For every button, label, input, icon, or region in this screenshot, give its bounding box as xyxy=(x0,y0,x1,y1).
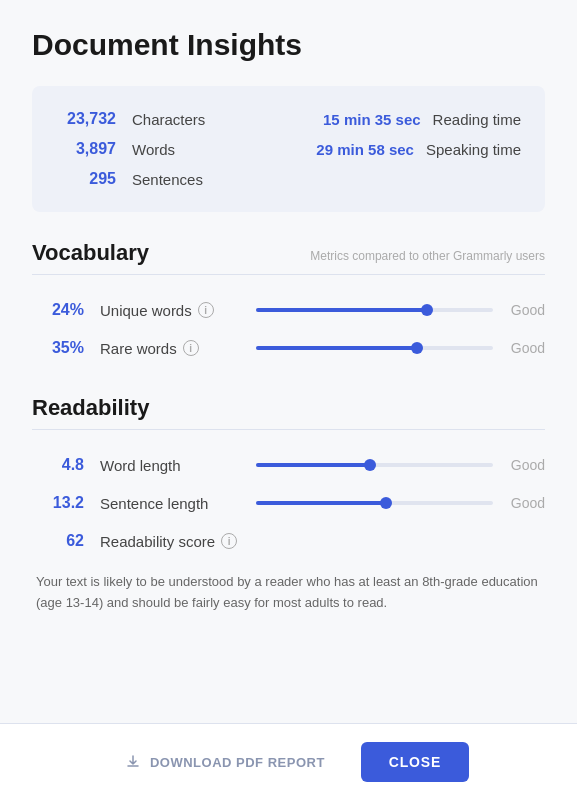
page-title: Document Insights xyxy=(32,28,545,62)
metric-label-word-length: Word length xyxy=(100,457,240,474)
metric-bar-rare-words xyxy=(256,346,493,350)
stat-time-label-reading: Reading time xyxy=(433,111,521,128)
stat-row-characters: 23,732 Characters 15 min 35 sec Reading … xyxy=(56,104,521,134)
metric-value-word-length: 4.8 xyxy=(32,456,84,474)
info-icon-readability-score[interactable]: i xyxy=(221,533,237,549)
stat-label-characters: Characters xyxy=(132,111,323,128)
metric-value-sentence-length: 13.2 xyxy=(32,494,84,512)
metric-value-rare-words: 35% xyxy=(32,339,84,357)
close-label: CLOSE xyxy=(389,754,441,770)
stat-value-characters: 23,732 xyxy=(56,110,116,128)
stat-time-speaking: 29 min 58 sec xyxy=(316,141,414,158)
metric-label-sentence-length: Sentence length xyxy=(100,495,240,512)
metric-row-rare-words: 35% Rare words i Good xyxy=(32,329,545,367)
vocabulary-subtitle: Metrics compared to other Grammarly user… xyxy=(310,249,545,263)
close-button[interactable]: CLOSE xyxy=(361,742,469,782)
download-icon xyxy=(124,753,142,771)
readability-title: Readability xyxy=(32,395,149,421)
readability-header: Readability xyxy=(32,395,545,421)
metric-status-sentence-length: Good xyxy=(509,495,545,511)
stat-label-words: Words xyxy=(132,141,316,158)
metric-value-unique-words: 24% xyxy=(32,301,84,319)
info-icon-unique-words[interactable]: i xyxy=(198,302,214,318)
metric-label-unique-words: Unique words i xyxy=(100,302,240,319)
download-label: DOWNLOAD PDF REPORT xyxy=(150,755,325,770)
footer: DOWNLOAD PDF REPORT CLOSE xyxy=(0,723,577,800)
vocabulary-title: Vocabulary xyxy=(32,240,149,266)
stat-time-label-speaking: Speaking time xyxy=(426,141,521,158)
metric-bar-sentence-length xyxy=(256,501,493,505)
stat-row-sentences: 295 Sentences xyxy=(56,164,521,194)
metric-value-readability-score: 62 xyxy=(32,532,84,550)
main-content: Document Insights 23,732 Characters 15 m… xyxy=(0,0,577,723)
metric-status-word-length: Good xyxy=(509,457,545,473)
stats-section: 23,732 Characters 15 min 35 sec Reading … xyxy=(32,86,545,212)
stat-time-reading: 15 min 35 sec xyxy=(323,111,421,128)
readability-divider xyxy=(32,429,545,430)
metric-bar-unique-words xyxy=(256,308,493,312)
download-pdf-button[interactable]: DOWNLOAD PDF REPORT xyxy=(108,743,341,781)
metric-row-word-length: 4.8 Word length Good xyxy=(32,446,545,484)
metric-status-unique-words: Good xyxy=(509,302,545,318)
metric-bar-word-length xyxy=(256,463,493,467)
stat-row-words: 3,897 Words 29 min 58 sec Speaking time xyxy=(56,134,521,164)
vocabulary-section: Vocabulary Metrics compared to other Gra… xyxy=(32,240,545,367)
metric-label-readability-score: Readability score i xyxy=(100,533,240,550)
metric-status-rare-words: Good xyxy=(509,340,545,356)
readability-section: Readability 4.8 Word length Good 13.2 Se… xyxy=(32,395,545,614)
metric-row-sentence-length: 13.2 Sentence length Good xyxy=(32,484,545,522)
stat-value-sentences: 295 xyxy=(56,170,116,188)
readability-description: Your text is likely to be understood by … xyxy=(32,572,545,614)
metric-row-readability-score: 62 Readability score i xyxy=(32,522,545,560)
stat-label-sentences: Sentences xyxy=(132,171,521,188)
info-icon-rare-words[interactable]: i xyxy=(183,340,199,356)
vocabulary-divider xyxy=(32,274,545,275)
stat-value-words: 3,897 xyxy=(56,140,116,158)
metric-row-unique-words: 24% Unique words i Good xyxy=(32,291,545,329)
metric-label-rare-words: Rare words i xyxy=(100,340,240,357)
vocabulary-header: Vocabulary Metrics compared to other Gra… xyxy=(32,240,545,266)
